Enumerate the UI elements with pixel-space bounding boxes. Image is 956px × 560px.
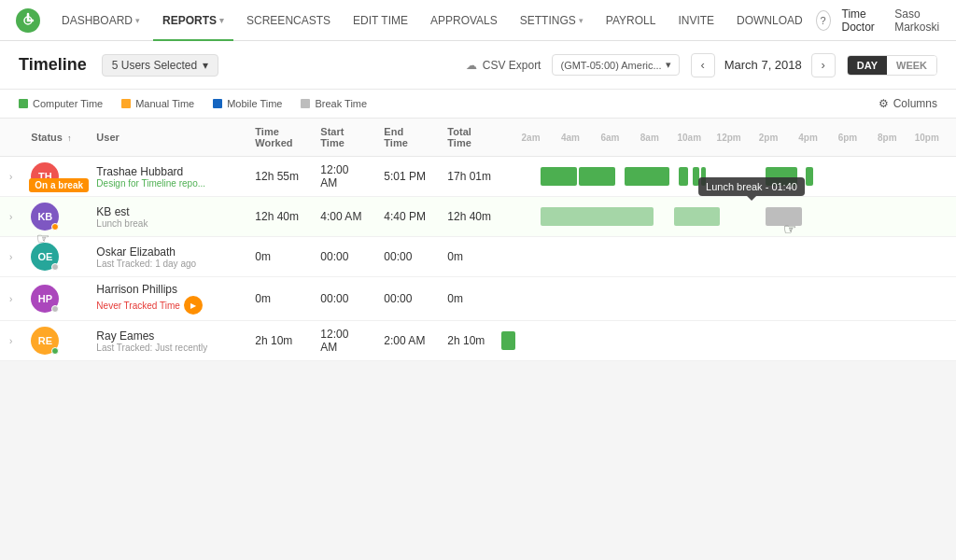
end-time-cell: 5:01 PM xyxy=(374,157,438,197)
status-dot xyxy=(51,263,59,271)
status-header[interactable]: Status ↑ xyxy=(21,119,87,157)
main-content: Status ↑ User TimeWorked StartTime EndTi… xyxy=(0,119,956,361)
avatar: RE xyxy=(31,327,59,355)
nav-download[interactable]: DOWNLOAD xyxy=(727,0,812,41)
expand-cell: › xyxy=(0,237,21,277)
user-header: User xyxy=(87,119,246,157)
page-title: Timeline xyxy=(19,55,87,75)
week-view-button[interactable]: WEEK xyxy=(887,56,936,75)
nav-logo[interactable] xyxy=(15,7,41,34)
chart-cell xyxy=(501,237,956,277)
user-name-nav: Saso Markoski xyxy=(894,7,945,34)
chevron-down-icon: ▾ xyxy=(219,16,224,25)
status-dot xyxy=(51,347,59,355)
total-time-cell: 0m xyxy=(438,237,501,277)
time-worked-cell: 2h 10m xyxy=(246,321,311,361)
nav-edit-time[interactable]: EDIT TIME xyxy=(344,0,417,41)
start-time-cell: 12:00 AM xyxy=(311,321,374,361)
nav-reports[interactable]: REPORTS ▾ xyxy=(153,0,233,41)
navbar: DASHBOARD ▾ REPORTS ▾ SCREENCASTS EDIT T… xyxy=(0,0,956,41)
chart-bar[interactable] xyxy=(693,167,699,186)
time-worked-cell: 0m xyxy=(246,277,311,321)
nav-approvals[interactable]: APPROVALS xyxy=(421,0,507,41)
expand-cell: › xyxy=(0,197,21,237)
next-date-button[interactable]: › xyxy=(811,53,836,77)
legend-mobile-time: Mobile Time xyxy=(213,98,282,109)
user-cell: Ray Eames Last Tracked: Just recently xyxy=(87,321,246,361)
chart-bar[interactable] xyxy=(541,167,577,186)
manual-time-dot xyxy=(121,99,131,108)
nav-dashboard[interactable]: DASHBOARD ▾ xyxy=(52,0,149,41)
total-time-cell: 12h 40m xyxy=(438,197,501,237)
chart-bar[interactable] xyxy=(806,167,812,186)
end-time-header: EndTime xyxy=(374,119,438,157)
time-worked-cell: 12h 40m xyxy=(246,197,311,237)
nav-settings[interactable]: SETTINGS ▾ xyxy=(511,0,593,41)
avatar: KB xyxy=(31,203,59,231)
user-cell: Oskar Elizabath Last Tracked: 1 day ago xyxy=(87,237,246,277)
help-button[interactable]: ? xyxy=(816,10,831,31)
expand-icon[interactable]: › xyxy=(9,252,12,262)
chart-bar[interactable] xyxy=(625,167,670,186)
table-row: › HP Harrison Phillips Never Tracked Tim… xyxy=(0,277,956,321)
start-time-cell: 00:00 xyxy=(311,277,374,321)
gear-icon: ⚙ xyxy=(879,97,889,110)
chart-cell xyxy=(501,157,956,197)
chevron-down-icon: ▾ xyxy=(579,16,583,25)
expand-icon[interactable]: › xyxy=(9,172,12,182)
chart-bar[interactable] xyxy=(579,167,615,186)
csv-export-button[interactable]: ☁ CSV Export xyxy=(466,59,541,72)
status-cell: RE xyxy=(21,321,87,361)
expand-cell: › xyxy=(0,157,21,197)
time-worked-header: TimeWorked xyxy=(246,119,311,157)
table-header-row: Status ↑ User TimeWorked StartTime EndTi… xyxy=(0,119,956,157)
total-time-header: TotalTime xyxy=(438,119,501,157)
hour-labels: 2am 4am 6am 8am 10am 12pm 2pm 4pm 6pm 8p… xyxy=(511,133,947,143)
status-cell: HP xyxy=(21,277,87,321)
prev-date-button[interactable]: ‹ xyxy=(691,53,715,77)
sort-arrow-icon: ↑ xyxy=(67,133,72,143)
timeline-table: Status ↑ User TimeWorked StartTime EndTi… xyxy=(0,119,956,361)
chart-bar[interactable] xyxy=(674,207,720,226)
expand-icon[interactable]: › xyxy=(9,294,12,304)
brand-name: Time Doctor xyxy=(842,7,884,34)
computer-time-dot xyxy=(19,99,28,108)
chart-bar[interactable] xyxy=(501,331,515,350)
table-row: › KB On a break ☞ KB est Lunch break xyxy=(0,197,956,237)
timezone-selector[interactable]: (GMT-05:00) Americ... ▾ xyxy=(552,54,679,76)
legend-manual-time: Manual Time xyxy=(121,98,194,109)
start-tracking-button[interactable] xyxy=(184,296,203,315)
expand-col-header xyxy=(0,119,21,157)
legend-computer-time: Computer Time xyxy=(19,98,103,109)
nav-invite[interactable]: INVITE xyxy=(668,0,724,41)
on-break-badge: On a break xyxy=(29,178,89,192)
nav-payroll[interactable]: PAYROLL xyxy=(597,0,666,41)
columns-button[interactable]: ⚙ Columns xyxy=(879,97,937,110)
nav-right: ? Time Doctor Saso Markoski SM xyxy=(816,7,956,35)
user-select-button[interactable]: 5 Users Selected ▾ xyxy=(102,54,218,77)
expand-icon[interactable]: › xyxy=(9,212,12,222)
chart-bar[interactable] xyxy=(679,167,688,186)
user-cell: Trashae Hubbard Design for Timeline repo… xyxy=(87,157,246,197)
status-cell: KB On a break ☞ xyxy=(21,197,87,237)
day-view-button[interactable]: DAY xyxy=(848,56,887,75)
chart-cell xyxy=(501,321,956,361)
chart-bar[interactable] xyxy=(701,167,706,186)
chevron-down-icon: ▾ xyxy=(666,59,671,71)
chart-bar[interactable] xyxy=(541,207,654,226)
end-time-cell: 00:00 xyxy=(374,277,438,321)
header-right: ☁ CSV Export (GMT-05:00) Americ... ▾ ‹ M… xyxy=(466,53,937,77)
cursor-icon: ☞ xyxy=(783,220,796,238)
nav-screencasts[interactable]: SCREENCASTS xyxy=(237,0,340,41)
chevron-down-icon: ▾ xyxy=(135,16,140,25)
view-toggle: DAY WEEK xyxy=(847,55,937,76)
status-cell: OE xyxy=(21,237,87,277)
chart-area xyxy=(501,328,956,354)
break-time-dot xyxy=(301,99,310,108)
cloud-icon: ☁ xyxy=(466,59,477,72)
chart-area xyxy=(501,163,956,189)
total-time-cell: 2h 10m xyxy=(438,321,501,361)
user-cell: Harrison Phillips Never Tracked Time xyxy=(87,277,246,321)
expand-icon[interactable]: › xyxy=(9,336,12,346)
chart-bar[interactable] xyxy=(766,167,797,186)
